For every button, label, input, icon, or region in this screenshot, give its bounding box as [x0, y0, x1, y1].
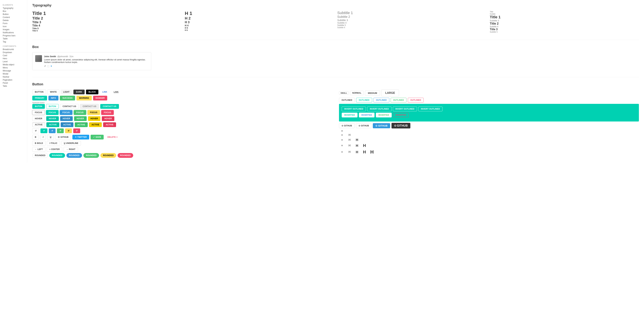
button-active-default[interactable]: ACTIVE — [32, 122, 45, 127]
sidebar-item-pagination[interactable]: Pagination — [3, 78, 24, 81]
reply-icon[interactable]: ⬚ — [47, 65, 49, 67]
button-inverted-success[interactable]: INVERTED — [376, 113, 392, 117]
sidebar-item-navbar[interactable]: Navbar — [3, 75, 24, 78]
sidebar-item-box[interactable]: Box — [3, 10, 24, 13]
button-active-danger[interactable]: ACTIVE — [103, 122, 116, 127]
sidebar-item-progress-bars[interactable]: Progress bars — [3, 34, 24, 37]
button-black[interactable]: BLACK — [86, 90, 98, 94]
button-invert-outlined-success[interactable]: INVERT OUTLINED — [418, 107, 442, 111]
button-align-left[interactable]: ← LEFT — [32, 147, 45, 152]
button-i-italic[interactable]: I ITALIC — [47, 141, 60, 146]
button-github-large[interactable]: ⊙ GITHUB — [392, 123, 410, 129]
sidebar-item-delete[interactable]: Delete — [3, 19, 24, 22]
button-github-normal[interactable]: ⊙ GITHUB — [356, 123, 372, 128]
button-focus-info[interactable]: FOCUS — [60, 110, 72, 115]
button-delete[interactable]: DELETE × — [105, 135, 120, 139]
retweet-icon[interactable]: ↺ — [44, 65, 46, 67]
button-contact-us-default[interactable]: CONTACT US — [60, 104, 79, 109]
sidebar-item-card[interactable]: Card — [3, 54, 24, 57]
button-hover-warning[interactable]: HOVER — [88, 116, 100, 121]
like-icon[interactable]: ♥ — [51, 65, 52, 67]
button-default[interactable]: BUTTON — [32, 90, 46, 94]
sidebar-item-panel[interactable]: Panel — [3, 81, 24, 85]
button-rounded-warning[interactable]: ROUNDED — [100, 153, 116, 158]
button-light[interactable]: LIGHT — [61, 90, 72, 94]
button-contact-us-primary[interactable]: CONTACT US — [100, 104, 119, 109]
button-hover-primary[interactable]: HOVER — [46, 116, 59, 121]
button-underline[interactable]: U — [47, 135, 54, 140]
button-save[interactable]: ✓ SAVE — [90, 135, 104, 140]
button-github-small[interactable]: ⊙ GITHUB — [339, 123, 354, 128]
button-outlined-danger[interactable]: OUTLINED — [408, 98, 424, 103]
button-invert-outlined-primary[interactable]: INVERT OUTLINED — [367, 107, 391, 111]
sidebar-item-dropdown[interactable]: Dropdown — [3, 51, 24, 54]
button-loading-warning[interactable] — [65, 129, 72, 133]
button-buton-default[interactable]: BUTON — [46, 104, 59, 109]
button-active-warning[interactable]: ACTIVE — [89, 122, 102, 127]
sidebar-item-tabs[interactable]: Tabs — [3, 85, 24, 88]
sidebar-item-hero[interactable]: Hero — [3, 57, 24, 60]
button-warning[interactable]: WARNING — [76, 96, 92, 100]
button-loading-info[interactable] — [49, 129, 56, 133]
button-align-right[interactable]: → RIGHT — [64, 147, 78, 152]
button-outlined-primary[interactable]: OUTLINED — [356, 98, 372, 103]
sidebar-item-content[interactable]: Content — [3, 16, 24, 19]
button-primary[interactable]: PRIMARY — [32, 96, 47, 100]
button-github-medium[interactable]: ⊙ GITHUB — [373, 123, 390, 128]
button-focus-success[interactable]: FOCUS — [74, 110, 86, 115]
button-inverted-info[interactable]: INVERTED — [359, 113, 375, 117]
button-loading-success[interactable] — [57, 129, 64, 133]
button-rounded-info[interactable]: ROUNDED — [66, 153, 82, 158]
button-bold[interactable]: B — [32, 135, 39, 140]
button-loading-danger[interactable] — [73, 129, 80, 133]
button-white[interactable]: WHITE — [48, 90, 59, 94]
button-rounded-danger[interactable]: ROUNDED — [118, 153, 133, 158]
button-invert-outlined-info[interactable]: INVERT OUTLINED — [393, 107, 417, 111]
button-dark[interactable]: DARK — [74, 90, 84, 94]
sidebar-item-media-object[interactable]: Media object — [3, 63, 24, 66]
button-focus-warning[interactable]: FOCUS — [88, 110, 100, 115]
button-link-plain[interactable]: LINK — [111, 90, 121, 94]
button-active-success[interactable]: ACTIVE — [75, 122, 88, 127]
button-align-center[interactable]: ≡ CENTER — [47, 147, 62, 152]
button-outlined-info[interactable]: OUTLINED — [374, 98, 389, 103]
button-hover-danger[interactable]: HOVER — [102, 116, 114, 121]
button-info[interactable]: INFO — [48, 96, 58, 100]
button-rounded-success[interactable]: ROUNDED — [84, 153, 99, 158]
button-danger[interactable]: DANGER — [93, 96, 107, 100]
button-active-info[interactable]: ACTIVE — [61, 122, 74, 127]
button-success[interactable]: SUCCESS — [60, 96, 75, 100]
button-inverted-danger[interactable]: INVERTED — [393, 113, 409, 117]
sidebar-item-form[interactable]: Form — [3, 22, 24, 25]
sidebar-item-button[interactable]: Button — [3, 13, 24, 16]
button-outlined-success[interactable]: OUTLINED — [391, 98, 406, 103]
button-invert-outlined-default[interactable]: INVERT OUTLINED — [342, 107, 366, 111]
button-link[interactable]: LINK — [100, 90, 110, 94]
button-twitter[interactable]: ✦ TWITTER — [72, 135, 89, 140]
button-outlined-default[interactable]: OUTLINED — [339, 98, 355, 103]
sidebar-item-tag[interactable]: Tag — [3, 40, 24, 43]
sidebar-item-modal[interactable]: Modal — [3, 72, 24, 75]
button-focus-default[interactable]: FOCUS — [32, 110, 45, 115]
button-active-primary[interactable]: ACTIVE — [46, 122, 59, 127]
button-contact-us-outlined[interactable]: CONTACT US — [80, 104, 99, 109]
button-u-underline[interactable]: U UNDERLINE — [61, 141, 81, 146]
sidebar-item-table[interactable]: Table — [3, 37, 24, 40]
button-rounded-primary[interactable]: ROUNDED — [49, 153, 65, 158]
button-inverted-primary[interactable]: INVERTED — [342, 113, 358, 117]
button-focus-danger[interactable]: FOCUS — [101, 110, 114, 115]
sidebar-item-level[interactable]: Level — [3, 60, 24, 63]
button-italic[interactable]: I — [40, 135, 46, 140]
button-loading-primary[interactable] — [40, 129, 47, 133]
button-medium[interactable]: MEDIUM — [365, 90, 380, 96]
button-hover-info[interactable]: HOVER — [60, 116, 73, 121]
button-github-icon[interactable]: ⊙ GITHUB — [55, 135, 71, 140]
sidebar-item-typography[interactable]: Typography — [3, 7, 24, 10]
button-normal[interactable]: NORMAL — [350, 91, 364, 95]
button-focus-primary[interactable]: FOCUS — [46, 110, 58, 115]
button-buton-primary[interactable]: BUTON — [32, 104, 45, 109]
sidebar-item-menu[interactable]: Menu — [3, 66, 24, 69]
button-b-bold[interactable]: B BOLD — [32, 141, 46, 146]
sidebar-item-breadcrumb[interactable]: Breadcrumb — [3, 48, 24, 51]
button-hover-success[interactable]: HOVER — [74, 116, 87, 121]
